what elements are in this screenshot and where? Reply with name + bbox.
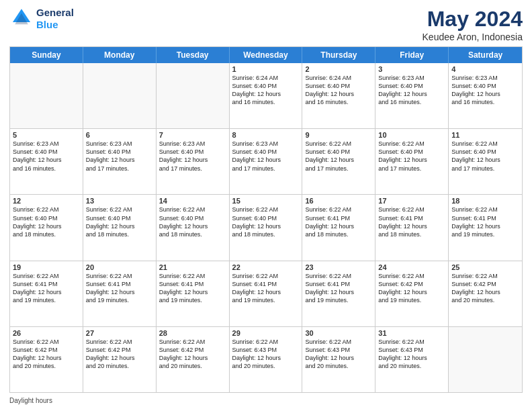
day-info: Sunrise: 6:22 AM Sunset: 6:43 PM Dayligh…	[378, 338, 445, 371]
day-info: Sunrise: 6:22 AM Sunset: 6:40 PM Dayligh…	[13, 205, 80, 238]
calendar-cell: 21Sunrise: 6:22 AM Sunset: 6:41 PM Dayli…	[157, 261, 230, 326]
calendar-cell: 1Sunrise: 6:24 AM Sunset: 6:40 PM Daylig…	[230, 63, 303, 128]
calendar-cell: 27Sunrise: 6:22 AM Sunset: 6:42 PM Dayli…	[83, 327, 157, 392]
day-number: 6	[86, 131, 153, 139]
calendar-header-monday: Monday	[83, 47, 157, 63]
calendar-cell: 23Sunrise: 6:22 AM Sunset: 6:41 PM Dayli…	[302, 261, 375, 326]
logo: General Blue	[9, 7, 74, 31]
day-info: Sunrise: 6:23 AM Sunset: 6:40 PM Dayligh…	[13, 140, 80, 173]
calendar-header-wednesday: Wednesday	[230, 47, 303, 63]
day-number: 16	[305, 197, 372, 205]
day-info: Sunrise: 6:22 AM Sunset: 6:40 PM Dayligh…	[305, 140, 372, 173]
calendar-week-2: 5Sunrise: 6:23 AM Sunset: 6:40 PM Daylig…	[10, 129, 522, 195]
day-info: Sunrise: 6:23 AM Sunset: 6:40 PM Dayligh…	[378, 74, 445, 107]
calendar-cell: 4Sunrise: 6:23 AM Sunset: 6:40 PM Daylig…	[449, 63, 522, 128]
calendar-header-sunday: Sunday	[10, 47, 83, 63]
day-number: 5	[13, 131, 80, 139]
calendar-cell	[157, 63, 230, 128]
calendar-header-thursday: Thursday	[302, 47, 375, 63]
day-number: 12	[13, 197, 80, 205]
calendar-week-5: 26Sunrise: 6:22 AM Sunset: 6:42 PM Dayli…	[10, 327, 522, 392]
day-info: Sunrise: 6:22 AM Sunset: 6:43 PM Dayligh…	[305, 338, 372, 371]
logo-text: General Blue	[36, 7, 74, 31]
calendar-cell: 3Sunrise: 6:23 AM Sunset: 6:40 PM Daylig…	[375, 63, 449, 128]
calendar-cell: 6Sunrise: 6:23 AM Sunset: 6:40 PM Daylig…	[83, 129, 157, 194]
day-info: Sunrise: 6:22 AM Sunset: 6:41 PM Dayligh…	[305, 272, 372, 305]
day-number: 14	[159, 197, 226, 205]
calendar-cell: 13Sunrise: 6:22 AM Sunset: 6:40 PM Dayli…	[83, 195, 157, 260]
calendar-title: May 2024	[423, 7, 523, 32]
day-number: 13	[86, 197, 153, 205]
day-info: Sunrise: 6:22 AM Sunset: 6:41 PM Dayligh…	[13, 272, 80, 305]
day-info: Sunrise: 6:22 AM Sunset: 6:41 PM Dayligh…	[378, 205, 445, 238]
day-number: 2	[305, 65, 372, 73]
day-number: 24	[378, 263, 445, 271]
day-number: 18	[451, 197, 519, 205]
logo-icon	[9, 7, 34, 31]
calendar-cell: 11Sunrise: 6:22 AM Sunset: 6:40 PM Dayli…	[449, 129, 522, 194]
calendar-header-friday: Friday	[375, 47, 449, 63]
day-number: 11	[451, 131, 519, 139]
calendar-cell	[449, 327, 522, 392]
calendar-cell: 14Sunrise: 6:22 AM Sunset: 6:40 PM Dayli…	[157, 195, 230, 260]
day-number: 31	[378, 329, 445, 337]
calendar-week-4: 19Sunrise: 6:22 AM Sunset: 6:41 PM Dayli…	[10, 261, 522, 327]
day-info: Sunrise: 6:22 AM Sunset: 6:42 PM Dayligh…	[13, 338, 80, 371]
calendar-cell: 15Sunrise: 6:22 AM Sunset: 6:40 PM Dayli…	[230, 195, 303, 260]
day-info: Sunrise: 6:23 AM Sunset: 6:40 PM Dayligh…	[159, 140, 226, 173]
day-info: Sunrise: 6:23 AM Sunset: 6:40 PM Dayligh…	[232, 140, 300, 173]
calendar-body: 1Sunrise: 6:24 AM Sunset: 6:40 PM Daylig…	[10, 63, 522, 392]
header: General Blue May 2024 Keudee Aron, Indon…	[9, 7, 523, 42]
day-info: Sunrise: 6:22 AM Sunset: 6:41 PM Dayligh…	[305, 205, 372, 238]
calendar-cell: 19Sunrise: 6:22 AM Sunset: 6:41 PM Dayli…	[10, 261, 83, 326]
page: General Blue May 2024 Keudee Aron, Indon…	[0, 0, 532, 411]
day-info: Sunrise: 6:22 AM Sunset: 6:40 PM Dayligh…	[232, 205, 300, 238]
calendar-cell: 24Sunrise: 6:22 AM Sunset: 6:42 PM Dayli…	[375, 261, 449, 326]
day-number: 30	[305, 329, 372, 337]
calendar-cell: 28Sunrise: 6:22 AM Sunset: 6:42 PM Dayli…	[157, 327, 230, 392]
day-number: 4	[451, 65, 519, 73]
day-number: 9	[305, 131, 372, 139]
day-info: Sunrise: 6:22 AM Sunset: 6:42 PM Dayligh…	[451, 272, 519, 305]
day-number: 26	[13, 329, 80, 337]
title-block: May 2024 Keudee Aron, Indonesia	[423, 7, 523, 42]
calendar-header-row: SundayMondayTuesdayWednesdayThursdayFrid…	[10, 47, 522, 63]
day-number: 27	[86, 329, 153, 337]
daylight-hours-label: Daylight hours	[9, 397, 52, 404]
calendar-cell: 18Sunrise: 6:22 AM Sunset: 6:41 PM Dayli…	[449, 195, 522, 260]
day-number: 17	[378, 197, 445, 205]
footer: Daylight hours	[9, 397, 523, 404]
day-number: 21	[159, 263, 226, 271]
day-number: 20	[86, 263, 153, 271]
calendar-cell: 26Sunrise: 6:22 AM Sunset: 6:42 PM Dayli…	[10, 327, 83, 392]
calendar-header-saturday: Saturday	[449, 47, 522, 63]
calendar-cell: 7Sunrise: 6:23 AM Sunset: 6:40 PM Daylig…	[157, 129, 230, 194]
day-info: Sunrise: 6:22 AM Sunset: 6:42 PM Dayligh…	[159, 338, 226, 371]
calendar-cell: 8Sunrise: 6:23 AM Sunset: 6:40 PM Daylig…	[230, 129, 303, 194]
day-info: Sunrise: 6:22 AM Sunset: 6:43 PM Dayligh…	[232, 338, 300, 371]
calendar-cell	[83, 63, 157, 128]
day-number: 15	[232, 197, 300, 205]
day-info: Sunrise: 6:22 AM Sunset: 6:40 PM Dayligh…	[451, 140, 519, 173]
day-info: Sunrise: 6:22 AM Sunset: 6:42 PM Dayligh…	[378, 272, 445, 305]
day-info: Sunrise: 6:23 AM Sunset: 6:40 PM Dayligh…	[451, 74, 519, 107]
calendar-cell: 25Sunrise: 6:22 AM Sunset: 6:42 PM Dayli…	[449, 261, 522, 326]
day-info: Sunrise: 6:22 AM Sunset: 6:41 PM Dayligh…	[451, 205, 519, 238]
calendar-cell	[10, 63, 83, 128]
calendar-week-3: 12Sunrise: 6:22 AM Sunset: 6:40 PM Dayli…	[10, 195, 522, 261]
day-info: Sunrise: 6:22 AM Sunset: 6:40 PM Dayligh…	[378, 140, 445, 173]
calendar-subtitle: Keudee Aron, Indonesia	[423, 32, 523, 42]
day-number: 10	[378, 131, 445, 139]
day-info: Sunrise: 6:24 AM Sunset: 6:40 PM Dayligh…	[232, 74, 300, 107]
day-info: Sunrise: 6:22 AM Sunset: 6:41 PM Dayligh…	[86, 272, 153, 305]
day-info: Sunrise: 6:24 AM Sunset: 6:40 PM Dayligh…	[305, 74, 372, 107]
day-number: 25	[451, 263, 519, 271]
calendar-cell: 30Sunrise: 6:22 AM Sunset: 6:43 PM Dayli…	[302, 327, 375, 392]
day-number: 1	[232, 65, 300, 73]
calendar-cell: 2Sunrise: 6:24 AM Sunset: 6:40 PM Daylig…	[302, 63, 375, 128]
day-number: 29	[232, 329, 300, 337]
day-number: 28	[159, 329, 226, 337]
day-number: 19	[13, 263, 80, 271]
day-number: 7	[159, 131, 226, 139]
calendar-week-1: 1Sunrise: 6:24 AM Sunset: 6:40 PM Daylig…	[10, 63, 522, 129]
